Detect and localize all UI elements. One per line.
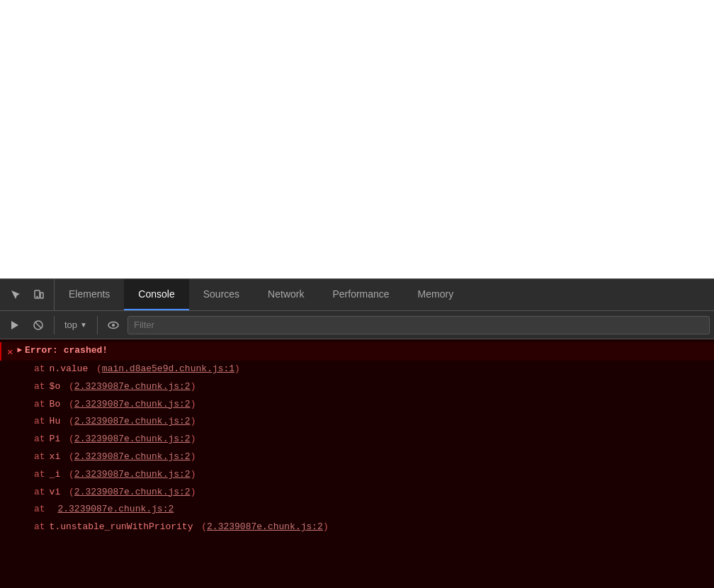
stack-line-1: at $o ( 2.3239087e.chunk.js:2 ) [0, 378, 714, 396]
error-header-row: ✕ ▶ Error: crashed! [0, 342, 714, 361]
stack-line-6: at _i ( 2.3239087e.chunk.js:2 ) [0, 466, 714, 484]
stack-link-9[interactable]: 2.3239087e.chunk.js:2 [207, 520, 323, 535]
context-selector[interactable]: top ▼ [60, 317, 91, 333]
stack-link-4[interactable]: 2.3239087e.chunk.js:2 [74, 432, 191, 447]
browser-viewport [0, 0, 714, 278]
toolbar-separator [54, 316, 55, 334]
devtools-tabs: Elements Console Sources Network Perform… [55, 279, 714, 310]
error-circle-icon: ✕ [7, 346, 13, 358]
context-value: top [64, 320, 77, 330]
tab-sources[interactable]: Sources [189, 279, 254, 310]
svg-point-7 [112, 324, 115, 327]
preserve-log-button[interactable] [103, 315, 123, 335]
stack-line-3: at Hu ( 2.3239087e.chunk.js:2 ) [0, 413, 714, 431]
stack-line-5: at xi ( 2.3239087e.chunk.js:2 ) [0, 448, 714, 466]
devtools-tab-bar: Elements Console Sources Network Perform… [0, 278, 714, 311]
devtools-panel: Elements Console Sources Network Perform… [0, 278, 714, 588]
stack-link-1[interactable]: 2.3239087e.chunk.js:2 [74, 380, 191, 395]
run-button[interactable] [4, 315, 24, 335]
toolbar-separator-2 [97, 316, 98, 334]
device-toolbar-button[interactable] [28, 285, 48, 305]
tab-console[interactable]: Console [124, 279, 188, 310]
expand-triangle-icon[interactable]: ▶ [17, 345, 22, 354]
stack-link-3[interactable]: 2.3239087e.chunk.js:2 [74, 414, 191, 429]
stack-link-7[interactable]: 2.3239087e.chunk.js:2 [74, 485, 191, 500]
stack-line-7: at vi ( 2.3239087e.chunk.js:2 ) [0, 484, 714, 502]
inspect-element-button[interactable] [6, 285, 26, 305]
stack-line-9: at t.unstable_runWithPriority ( 2.323908… [0, 519, 714, 536]
devtools-icon-group [0, 279, 55, 310]
stack-link-6[interactable]: 2.3239087e.chunk.js:2 [74, 468, 191, 482]
tab-network[interactable]: Network [254, 279, 318, 310]
stack-line-2: at Bo ( 2.3239087e.chunk.js:2 ) [0, 396, 714, 414]
stack-link-2[interactable]: 2.3239087e.chunk.js:2 [74, 397, 191, 412]
filter-input[interactable] [128, 316, 710, 334]
svg-marker-3 [11, 321, 18, 329]
stack-line-8: at 2.3239087e.chunk.js:2 [0, 501, 714, 519]
clear-console-button[interactable] [28, 315, 48, 335]
stack-line-4: at Pi ( 2.3239087e.chunk.js:2 ) [0, 431, 714, 448]
console-output: ✕ ▶ Error: crashed! at n.value ( main.d8… [0, 339, 714, 588]
tab-memory[interactable]: Memory [404, 279, 468, 310]
tab-performance[interactable]: Performance [318, 279, 403, 310]
svg-line-5 [35, 322, 41, 328]
stack-link-0[interactable]: main.d8ae5e9d.chunk.js:1 [102, 362, 234, 377]
svg-point-2 [37, 297, 38, 298]
tab-elements[interactable]: Elements [55, 279, 124, 310]
chevron-down-icon: ▼ [80, 321, 87, 329]
console-toolbar: top ▼ [0, 311, 714, 339]
stack-line-0: at n.value ( main.d8ae5e9d.chunk.js:1 ) [0, 361, 714, 378]
stack-link-8[interactable]: 2.3239087e.chunk.js:2 [57, 502, 174, 517]
stack-link-5[interactable]: 2.3239087e.chunk.js:2 [74, 450, 191, 465]
error-message-text: Error: crashed! [25, 345, 108, 356]
stack-trace: at n.value ( main.d8ae5e9d.chunk.js:1 ) … [0, 361, 714, 536]
svg-rect-1 [40, 293, 43, 298]
